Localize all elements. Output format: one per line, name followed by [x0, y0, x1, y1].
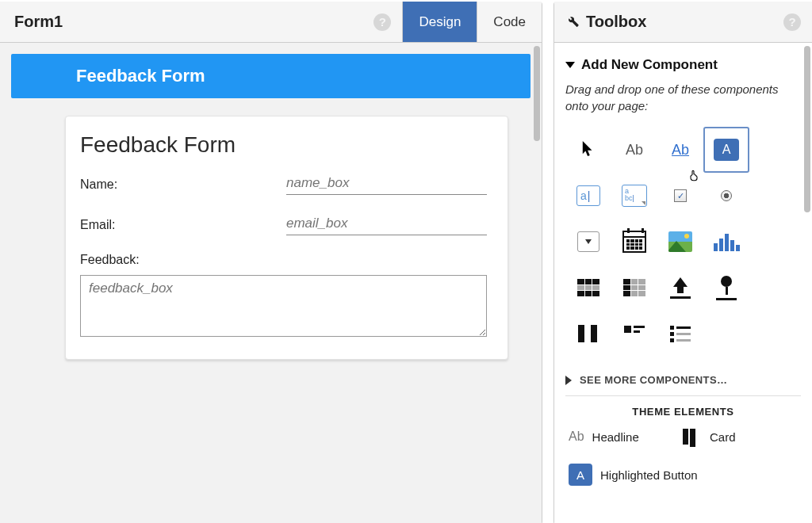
repeating-panel-icon	[623, 279, 645, 296]
collapse-icon	[565, 62, 575, 68]
toolbox-header: Toolbox ?	[554, 2, 812, 43]
see-more-label: SEE MORE COMPONENTS…	[580, 374, 727, 386]
theme-headline[interactable]: Ab Headline	[569, 429, 672, 444]
toolbox-title: Toolbox	[586, 13, 777, 31]
designer-panel: Form1 ? Design Code Feedback Form Feedba…	[0, 2, 542, 523]
component-flow-panel[interactable]	[611, 311, 657, 357]
toolbox-body: Add New Component Drag and drop one of t…	[554, 43, 812, 523]
image-icon	[668, 231, 692, 252]
headline-label: Headline	[592, 430, 639, 444]
email-input[interactable]	[286, 212, 487, 235]
add-component-hint: Drag and drop one of these components on…	[565, 81, 801, 114]
expand-icon	[565, 376, 572, 385]
add-component-header[interactable]: Add New Component	[565, 57, 801, 73]
theme-elements-title: THEME ELEMENTS	[565, 406, 801, 418]
theme-card[interactable]: Card	[683, 429, 786, 445]
email-row: Email:	[80, 212, 487, 235]
theme-row-2: A Highlighted Button	[565, 464, 801, 486]
component-empty	[703, 311, 749, 357]
highlighted-button-icon: A	[569, 464, 592, 486]
xy-panel-icon	[670, 326, 691, 342]
component-checkbox[interactable]: ✓	[657, 173, 703, 219]
component-dropdown[interactable]	[565, 219, 611, 265]
name-label[interactable]: Name:	[80, 178, 286, 195]
add-component-title: Add New Component	[581, 57, 718, 73]
component-button[interactable]: A	[703, 127, 749, 173]
component-repeating-panel[interactable]	[611, 265, 657, 311]
label-icon: Ab	[626, 142, 643, 158]
hand-cursor-icon	[688, 168, 700, 185]
component-link[interactable]: Ab	[657, 127, 703, 173]
checkbox-icon: ✓	[674, 189, 687, 202]
component-column-panel[interactable]	[565, 311, 611, 357]
datagrid-icon	[577, 279, 599, 296]
component-image[interactable]	[657, 219, 703, 265]
help-icon[interactable]: ?	[373, 13, 391, 31]
feedback-textarea[interactable]	[80, 275, 487, 337]
button-icon: A	[714, 139, 739, 161]
tab-code[interactable]: Code	[477, 2, 542, 42]
form-title-bar[interactable]: Feedback Form	[11, 54, 530, 98]
header-right: ? Design Code	[373, 2, 542, 42]
card-label: Card	[710, 430, 736, 444]
theme-row-1: Ab Headline Card	[565, 429, 801, 445]
theme-highlighted-button[interactable]: A Highlighted Button	[569, 464, 698, 486]
component-grid: Ab Ab A a| abc| ✓	[565, 127, 801, 357]
name-row: Name:	[80, 172, 487, 195]
component-datepicker[interactable]	[611, 219, 657, 265]
link-icon: Ab	[672, 142, 689, 158]
calendar-icon	[622, 231, 646, 253]
see-more-row[interactable]: SEE MORE COMPONENTS…	[565, 368, 801, 396]
textarea-icon: abc|	[622, 185, 647, 207]
toolbox-panel: Toolbox ? Add New Component Drag and dro…	[553, 2, 812, 523]
component-xy-panel[interactable]	[657, 311, 703, 357]
wrench-icon	[565, 13, 580, 31]
card-title[interactable]: Feedback Form	[80, 132, 487, 158]
form-card[interactable]: Feedback Form Name: Email: Feedback:	[65, 116, 508, 360]
component-upload[interactable]	[657, 265, 703, 311]
flow-panel-icon	[624, 326, 645, 342]
headline-icon: Ab	[569, 429, 584, 444]
form-title: Form1	[14, 13, 63, 31]
designer-header: Form1 ? Design Code	[0, 2, 542, 43]
upload-icon	[670, 277, 691, 299]
help-icon[interactable]: ?	[783, 13, 801, 31]
name-input[interactable]	[286, 172, 487, 195]
component-textbox[interactable]: a|	[565, 173, 611, 219]
highlighted-button-label: Highlighted Button	[600, 468, 698, 482]
design-canvas[interactable]: Feedback Form Feedback Form Name: Email:…	[0, 43, 542, 523]
component-cursor[interactable]	[565, 127, 611, 173]
chart-icon	[714, 232, 740, 251]
card-icon	[683, 429, 702, 445]
component-chart[interactable]	[703, 219, 749, 265]
tab-design[interactable]: Design	[402, 2, 477, 42]
component-label[interactable]: Ab	[611, 127, 657, 173]
dropdown-icon	[577, 231, 599, 252]
component-radio[interactable]	[703, 173, 749, 219]
column-panel-icon	[578, 325, 599, 342]
cursor-icon	[581, 139, 596, 160]
component-download[interactable]	[703, 265, 749, 311]
radio-icon	[721, 190, 732, 201]
email-label[interactable]: Email:	[80, 218, 286, 235]
component-textarea[interactable]: abc|	[611, 173, 657, 219]
canvas-scrollbar[interactable]	[534, 46, 540, 141]
feedback-label[interactable]: Feedback:	[80, 253, 487, 267]
component-datagrid[interactable]	[565, 265, 611, 311]
toolbox-scrollbar[interactable]	[804, 46, 810, 212]
form-title-bar-text: Feedback Form	[76, 66, 205, 86]
download-icon	[716, 276, 737, 300]
view-tabs: Design Code	[402, 2, 542, 42]
textbox-icon: a|	[576, 185, 600, 206]
